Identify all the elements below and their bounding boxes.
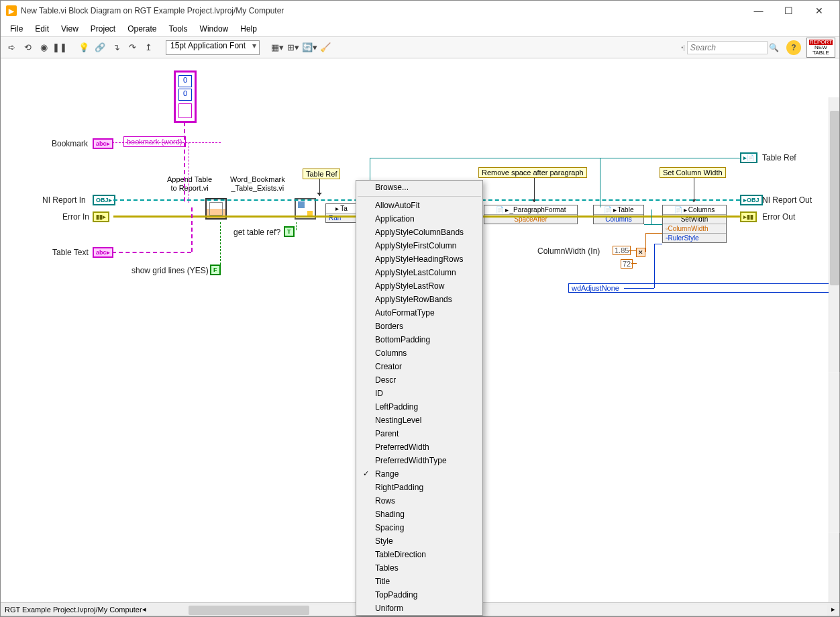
ctx-item-toppadding[interactable]: TopPadding bbox=[356, 588, 482, 602]
pause-button[interactable]: ❚❚ bbox=[53, 41, 66, 54]
ctx-item-autoformattype[interactable]: AutoFormatType bbox=[356, 306, 482, 320]
wire-array-v[interactable] bbox=[184, 122, 185, 201]
ctx-item-parent[interactable]: Parent bbox=[356, 427, 482, 440]
distribute-button[interactable]: ⊞▾ bbox=[286, 41, 300, 54]
table-text-terminal[interactable]: abc▸ bbox=[93, 247, 113, 258]
ctx-item-style[interactable]: Style bbox=[356, 534, 482, 548]
wire-colwidth-h[interactable] bbox=[645, 233, 662, 234]
table-ref-out-terminal[interactable]: ▸📄 bbox=[740, 152, 757, 163]
property-node-truncated[interactable]: ▸ Ta Ran bbox=[325, 203, 358, 223]
wire-bool-v2[interactable] bbox=[296, 222, 297, 230]
ctx-item-rows[interactable]: Rows bbox=[356, 494, 482, 508]
wire-ruler-h[interactable] bbox=[624, 288, 654, 289]
abort-button[interactable]: ◉ bbox=[37, 41, 50, 54]
error-in-terminal[interactable]: ▮▮▸ bbox=[93, 211, 109, 222]
close-button[interactable]: ✕ bbox=[804, 1, 834, 21]
status-chevron-left[interactable]: ◂ bbox=[142, 605, 146, 614]
ctx-item-applystyleheadingrows[interactable]: ApplyStyleHeadingRows bbox=[356, 252, 482, 266]
search-prev-icon[interactable]: •| bbox=[681, 44, 685, 51]
ctx-item-applystylelastrow[interactable]: ApplyStyleLastRow bbox=[356, 279, 482, 293]
ctx-item-rightpadding[interactable]: RightPadding bbox=[356, 481, 482, 494]
run-button[interactable]: ➪ bbox=[5, 41, 18, 54]
wire-bookmark-v[interactable] bbox=[189, 142, 189, 203]
menu-project[interactable]: Project bbox=[85, 23, 121, 35]
ctx-item-nestinglevel[interactable]: NestingLevel bbox=[356, 414, 482, 427]
reorder-button[interactable]: 🔄▾ bbox=[303, 41, 316, 54]
menu-edit[interactable]: Edit bbox=[30, 23, 54, 35]
show-grid-constant[interactable]: F bbox=[210, 265, 221, 275]
ctx-item-title[interactable]: Title bbox=[356, 575, 482, 588]
wire-tabletext-h[interactable] bbox=[112, 252, 191, 253]
wire-teal-top[interactable] bbox=[370, 158, 600, 158]
ctx-item-applystylefirstcolumn[interactable]: ApplyStyleFirstColumn bbox=[356, 239, 482, 252]
font-select[interactable]: 15pt Application Font bbox=[166, 40, 260, 55]
ctx-item-allowautofit[interactable]: AllowAutoFit bbox=[356, 199, 482, 212]
scroll-thumb-v[interactable] bbox=[830, 111, 839, 285]
ni-report-in-terminal[interactable]: OBJ▸ bbox=[93, 195, 115, 205]
ctx-item-applystylelastcolumn[interactable]: ApplyStyleLastColumn bbox=[356, 266, 482, 279]
help-button[interactable]: ? bbox=[786, 40, 801, 55]
rulerstyle-param[interactable]: ◦RulerStyle bbox=[663, 233, 726, 242]
array-constant[interactable]: 0 0 bbox=[174, 70, 197, 123]
columnwidth-param[interactable]: ◦ColumnWidth bbox=[663, 224, 726, 233]
minimize-button[interactable]: — bbox=[743, 1, 774, 21]
menu-file[interactable]: File bbox=[5, 23, 28, 35]
array-index-0[interactable]: 0 bbox=[178, 75, 192, 87]
table-node[interactable]: 📄 ▸ Table Columns bbox=[593, 205, 644, 224]
multiply-node[interactable]: ✕ bbox=[636, 248, 645, 257]
align-button[interactable]: ▦▾ bbox=[270, 41, 284, 54]
ctx-item-tables[interactable]: Tables bbox=[356, 561, 482, 575]
ctx-item-application[interactable]: Application bbox=[356, 212, 482, 226]
ctx-item-borders[interactable]: Borders bbox=[356, 320, 482, 333]
wire-cols-h[interactable] bbox=[644, 224, 662, 225]
vi-icon-badge[interactable]: REPORT NEW TABLE bbox=[806, 38, 835, 58]
ctx-item-range[interactable]: Range bbox=[356, 467, 482, 481]
ctx-item-preferredwidth[interactable]: PreferredWidth bbox=[356, 440, 482, 454]
wire-teal-top-v2[interactable] bbox=[600, 158, 600, 207]
wd-adjust-enum[interactable]: wdAdjustNone bbox=[568, 283, 839, 293]
wire-72-h[interactable] bbox=[631, 263, 637, 264]
step-into-button[interactable]: ↴ bbox=[109, 41, 123, 54]
ctx-item-applystylerowbands[interactable]: ApplyStyleRowBands bbox=[356, 293, 482, 306]
bookmark-terminal[interactable]: abc▸ bbox=[93, 138, 113, 149]
cleanup-button[interactable]: 🧹 bbox=[319, 41, 332, 54]
wire-cols-v[interactable] bbox=[651, 209, 652, 224]
wire-tabletext-v[interactable] bbox=[191, 207, 193, 252]
ctx-item-tabledirection[interactable]: TableDirection bbox=[356, 548, 482, 561]
paragraph-format-node[interactable]: 📄 ▸ _ParagraphFormat SpaceAfter bbox=[484, 205, 578, 224]
ctx-browse[interactable]: Browse... bbox=[356, 181, 482, 194]
ctx-item-bottompadding[interactable]: BottomPadding bbox=[356, 333, 482, 346]
menu-window[interactable]: Window bbox=[195, 23, 234, 35]
ctx-item-applystylecolumnbands[interactable]: ApplyStyleColumnBands bbox=[356, 226, 482, 239]
menu-help[interactable]: Help bbox=[235, 23, 262, 35]
scroll-thumb-h[interactable] bbox=[189, 606, 309, 615]
wire-bookmark-h[interactable] bbox=[112, 142, 221, 143]
maximize-button[interactable]: ☐ bbox=[774, 1, 804, 21]
wire-bool-v[interactable] bbox=[220, 222, 221, 268]
wire-teal-out[interactable] bbox=[600, 158, 740, 158]
ctx-item-creator[interactable]: Creator bbox=[356, 360, 482, 373]
retain-wire-button[interactable]: 🔗 bbox=[93, 41, 107, 54]
bookmark-word-constant[interactable]: bookmark (word) bbox=[123, 136, 186, 147]
wire-185-h[interactable] bbox=[629, 250, 637, 251]
menu-tools[interactable]: Tools bbox=[164, 23, 193, 35]
highlight-button[interactable]: 💡 bbox=[77, 41, 91, 54]
menu-view[interactable]: View bbox=[56, 23, 84, 35]
step-over-button[interactable]: ↷ bbox=[125, 41, 139, 54]
context-menu[interactable]: Browse... AllowAutoFitApplicationApplySt… bbox=[356, 180, 483, 616]
search-input[interactable] bbox=[687, 41, 768, 54]
search-icon[interactable]: 🔍 bbox=[768, 41, 781, 54]
wire-ruler-h2[interactable] bbox=[654, 244, 662, 244]
ctx-item-id[interactable]: ID bbox=[356, 387, 482, 400]
ctx-item-preferredwidthtype[interactable]: PreferredWidthType bbox=[356, 454, 482, 467]
menu-operate[interactable]: Operate bbox=[122, 23, 162, 35]
ctx-item-leftpadding[interactable]: LeftPadding bbox=[356, 400, 482, 414]
step-out-button[interactable]: ↥ bbox=[142, 41, 155, 54]
ni-report-out-terminal[interactable]: ▸OBJ bbox=[740, 195, 763, 205]
const-72[interactable]: 72 bbox=[621, 259, 633, 269]
error-out-terminal[interactable]: ▸▮▮ bbox=[740, 211, 757, 222]
ctx-item-descr[interactable]: Descr bbox=[356, 373, 482, 387]
ctx-item-shading[interactable]: Shading bbox=[356, 508, 482, 521]
run-cont-button[interactable]: ⟲ bbox=[21, 41, 34, 54]
ctx-item-columns[interactable]: Columns bbox=[356, 346, 482, 360]
